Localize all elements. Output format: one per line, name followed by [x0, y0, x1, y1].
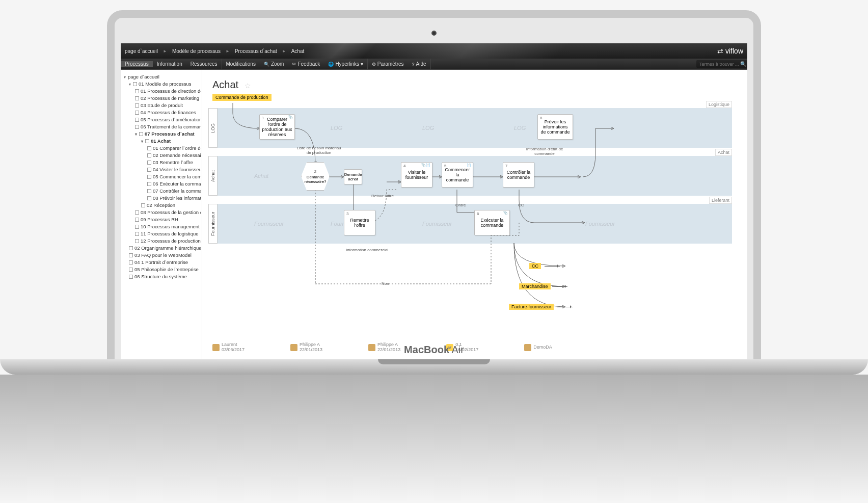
tree-item[interactable]: 09 Processus RH	[122, 216, 201, 223]
node-number: 7	[505, 164, 507, 168]
tree-item[interactable]: 04 Processus de finances	[122, 109, 201, 116]
action-group: Modifications 🔍Zoom ✉Feedback 🌐Hyperlink…	[222, 59, 368, 69]
tree-root[interactable]: ▾page d`accueil	[122, 73, 201, 80]
node-text: Remettre l'offre	[346, 218, 373, 228]
breadcrumb-sep-icon: ►	[163, 49, 167, 54]
output-arrow-icon	[552, 286, 567, 287]
node-5[interactable]: 5 📄 Commencer la commande	[442, 162, 473, 188]
tree-item[interactable]: 04 Visiter le fournisseur	[122, 166, 201, 173]
edge-label: Information commercial	[346, 248, 388, 252]
tree-item[interactable]: 01 Comparer l`ordre de production	[122, 144, 201, 151]
modifications-button[interactable]: Modifications	[222, 61, 260, 67]
tree-item[interactable]: 06 Structure du système	[122, 273, 201, 280]
tab-ressources[interactable]: Ressources	[186, 61, 222, 67]
node-icons: 📄	[467, 163, 471, 167]
node-number: 6	[477, 211, 479, 216]
user-icon	[290, 344, 297, 351]
tree-item-selected[interactable]: ▾07 Processus d`achat	[122, 130, 201, 137]
tree-item[interactable]: 02 Organigramme hiérarchique	[122, 244, 201, 251]
breadcrumb-achat[interactable]: Achat	[291, 48, 305, 54]
edge-label: Retour Offre	[371, 194, 394, 198]
search-input[interactable]	[699, 62, 740, 67]
node-demande-achat[interactable]: Demande achat	[344, 169, 362, 184]
output-marchandise[interactable]: Marchandise	[519, 283, 551, 289]
tab-information[interactable]: Information	[153, 61, 186, 67]
lane-bg-label: Fournisseur	[585, 221, 615, 227]
footer-meta: Laurent03/06/2017 Philippe A22/01/2013 P…	[212, 342, 737, 353]
lane-bg-label: LOG	[514, 125, 526, 131]
edge-label: Ordre	[455, 203, 466, 207]
nav-tree: ▾page d`accueil ▾01 Modèle de processus …	[122, 73, 201, 280]
start-event[interactable]: Commande de production	[212, 94, 272, 101]
search-box[interactable]: 🔍	[696, 60, 747, 68]
node-3[interactable]: 3 Remettre l'offre	[344, 210, 375, 235]
tree-item[interactable]: 03 Etude de produit	[122, 101, 201, 109]
meta-model: DemoDA	[524, 342, 552, 353]
logo-text: viflow	[725, 47, 743, 55]
lane-bg-label: LOG	[422, 125, 434, 131]
output-facture[interactable]: Facture-fournisseur	[509, 304, 554, 310]
tree-item[interactable]: 05 Processus d`amélioration	[122, 116, 201, 123]
tree-item-selected[interactable]: ▾01 Achat	[122, 137, 201, 144]
tree-item[interactable]: 12 Processus de production	[122, 237, 201, 244]
node-text: Visiter le fournisseur	[403, 170, 430, 180]
tree-item[interactable]: 08 Prévoir les informations de comm	[122, 194, 201, 201]
tree-item[interactable]: 04 1 Portrait d`entreprise	[122, 258, 201, 266]
lane-bg-label: LOG	[331, 125, 342, 131]
diagram: LOG LOG LOG LOG Logistique Achat Achat A…	[208, 103, 741, 348]
lane-top-label: Logistique	[706, 101, 732, 108]
node-7[interactable]: 7 Contrôler la commande	[503, 162, 534, 188]
search-icon: 🔍	[264, 62, 269, 67]
node-8[interactable]: 8 Prévoir les informations de commande	[537, 114, 573, 140]
tree-item[interactable]: ▾01 Modèle de processus	[122, 80, 201, 87]
node-4[interactable]: 4 📎📄 Visiter le fournisseur	[401, 162, 432, 188]
user-icon	[368, 344, 375, 351]
help-button[interactable]: ?Aide	[408, 61, 430, 67]
node-text: Demande nécessaire?	[302, 175, 329, 184]
tree-item[interactable]: 06 Traitement de la commande	[122, 123, 201, 130]
tree-item[interactable]: 01 Processus de direction de l`entrepris	[122, 87, 201, 94]
breadcrumb-model[interactable]: Modèle de processus	[172, 48, 221, 54]
node-number: 8	[540, 116, 542, 120]
tree-item[interactable]: 02 Processus de marketing et de distrib	[122, 94, 201, 101]
swimlane-fournisseur: Fournisseur Fournisseur Fournisseur Four…	[208, 204, 732, 244]
node-text: Comparer l'ordre de production aux réser…	[262, 117, 292, 137]
tree-item[interactable]: 10 Processus management des risques	[122, 223, 201, 230]
node-6[interactable]: 6 📎 Exécuter la commande	[474, 210, 510, 235]
node-1[interactable]: 1 📎 Comparer l'ordre de production aux r…	[259, 114, 295, 140]
mail-icon: ✉	[292, 62, 296, 67]
settings-button[interactable]: ⚙Paramètres	[368, 61, 408, 67]
node-number: 5	[444, 164, 446, 168]
breadcrumb-achat-proc[interactable]: Processus d`achat	[235, 48, 277, 54]
output-arrow-icon	[557, 307, 573, 307]
tree-item[interactable]: 02 Réception	[122, 201, 201, 208]
edge-label: Non	[382, 281, 389, 286]
tree-item[interactable]: 07 Contrôler la commande	[122, 187, 201, 194]
breadcrumb-home[interactable]: page d`accueil	[125, 48, 158, 54]
settings-group: ⚙Paramètres ?Aide	[368, 59, 431, 69]
lane-label-log: LOG	[208, 108, 218, 148]
tree-item[interactable]: 02 Demande nécessaire?	[122, 151, 201, 158]
edge-label: Liste de besoin matériau de production	[296, 146, 342, 155]
meta-reviewer: Philippe A22/01/2013	[290, 342, 322, 353]
tree-item[interactable]: 03 FAQ pour le WebModel	[122, 251, 201, 258]
tree-item[interactable]: 11 Processus de logistique	[122, 230, 201, 237]
output-cc[interactable]: CC	[529, 263, 541, 269]
zoom-button[interactable]: 🔍Zoom	[260, 61, 288, 67]
meta-approver: Philippe A22/01/2013	[368, 342, 400, 353]
node-2-decision[interactable]: 2 Demande nécessaire?	[301, 162, 330, 191]
tree-item[interactable]: 05 Commencer la commande	[122, 173, 201, 180]
logo-icon: ⇄	[717, 47, 723, 55]
main-canvas: Achat ☆ Commande de production LOG LOG L…	[202, 70, 747, 367]
edge-label: CC	[518, 203, 524, 207]
globe-icon: 🌐	[328, 62, 334, 67]
tree-item[interactable]: 05 Philosophie de l`entreprise	[122, 266, 201, 273]
hyperlinks-button[interactable]: 🌐Hyperlinks ▾	[324, 61, 367, 67]
tree-item[interactable]: 03 Remettre l`offre	[122, 158, 201, 166]
favorite-icon[interactable]: ☆	[245, 82, 251, 90]
tree-item[interactable]: 08 Processus de la gestion des dysfoncti	[122, 208, 201, 216]
tree-item[interactable]: 06 Exécuter la commande	[122, 180, 201, 187]
breadcrumb-sep-icon: ►	[226, 49, 230, 54]
feedback-button[interactable]: ✉Feedback	[288, 61, 324, 67]
tab-processus[interactable]: Processus	[121, 61, 153, 67]
